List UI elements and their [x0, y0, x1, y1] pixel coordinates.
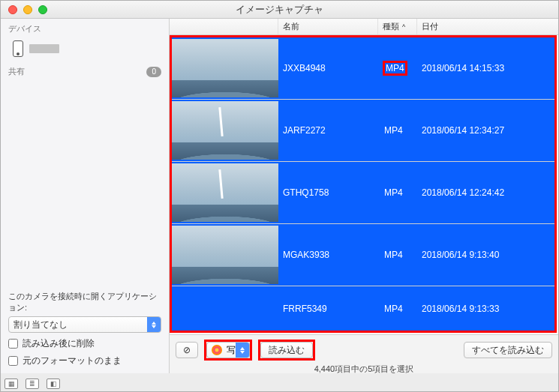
device-item[interactable] [1, 37, 169, 61]
file-list: JXXB4948 MP4 2018/06/14 14:15:33 JARF227… [170, 35, 557, 333]
checkbox-icon[interactable] [8, 339, 18, 349]
row-date: 2018/06/14 9:13:33 [419, 304, 554, 314]
status-text: 4,440項目中の5項目を選択 [170, 364, 558, 375]
chk-keepfmt-label: 元のフォーマットのまま [23, 355, 122, 367]
row-name: MGAK3938 [280, 250, 380, 260]
sidebar: デバイス 共有 0 このカメラを接続時に開くアプリケーション: 割り当てなし 読… [1, 19, 170, 373]
updown-icon [236, 343, 249, 358]
sort-caret-icon: ^ [402, 23, 405, 31]
list-view-button[interactable]: ≣ [26, 379, 39, 389]
column-header: 名前 種類^ 日付 [170, 19, 558, 35]
row-name: GTHQ1758 [280, 187, 380, 198]
device-label [29, 44, 59, 53]
row-name: JXXB4948 [280, 63, 380, 73]
import-button[interactable]: 読み込む [260, 342, 313, 358]
prohibit-icon: ⊘ [183, 345, 191, 355]
row-name: JARF2272 [280, 125, 380, 136]
row-kind: MP4 [380, 125, 419, 136]
row-kind: MP4 [380, 187, 419, 198]
table-row[interactable]: FRRF5349 MP4 2018/06/14 9:13:33 [172, 286, 554, 331]
thumbnail [172, 163, 278, 222]
openapp-value: 割り当てなし [14, 319, 68, 331]
table-row[interactable]: JARF2272 MP4 2018/06/14 12:34:27 [172, 100, 554, 162]
import-highlight: 読み込む [258, 340, 315, 361]
content: 名前 種類^ 日付 JXXB4948 MP4 2018/06/14 14:15:… [170, 19, 558, 373]
grid-view-button[interactable]: ▦ [5, 379, 18, 389]
share-header-row: 共有 0 [1, 61, 169, 80]
row-date: 2018/06/14 9:13:40 [419, 250, 554, 260]
view-switcher: ▦ ≣ ◧ [5, 379, 60, 389]
sidebar-bottom: このカメラを接続時に開くアプリケーション: 割り当てなし 読み込み後に削除 元の… [1, 286, 169, 373]
row-date: 2018/06/14 14:15:33 [419, 63, 554, 73]
col-name[interactable]: 名前 [278, 19, 378, 34]
openapp-label: このカメラを接続時に開くアプリケーション: [8, 291, 161, 313]
delete-after-import-checkbox[interactable]: 読み込み後に削除 [8, 337, 161, 350]
phone-icon [13, 40, 23, 57]
col-date[interactable]: 日付 [417, 19, 558, 34]
photos-app-icon [212, 345, 222, 355]
window-title: イメージキャプチャ [1, 3, 558, 16]
thumbnail [172, 101, 278, 160]
titlebar: イメージキャプチャ [1, 1, 558, 19]
openapp-select[interactable]: 割り当てなし [8, 316, 161, 333]
devices-header: デバイス [1, 19, 169, 37]
checkbox-icon[interactable] [8, 356, 18, 366]
updown-icon [147, 317, 161, 332]
toolbar: ⊘ 写真 読み込む すべてを読み込む 4,440項目中の5項目を選択 [170, 334, 558, 373]
row-kind: MP4 [380, 250, 419, 260]
row-date: 2018/06/14 12:24:42 [419, 187, 554, 198]
thumbnail [172, 226, 278, 284]
col-kind[interactable]: 種類^ [378, 19, 417, 34]
table-row[interactable]: MGAK3938 MP4 2018/06/14 9:13:40 [172, 224, 554, 286]
prohibit-button[interactable]: ⊘ [176, 342, 198, 358]
destination-select[interactable]: 写真 [206, 342, 250, 358]
share-count-badge: 0 [146, 67, 161, 77]
row-name: FRRF5349 [280, 304, 380, 314]
sidebar-toggle-button[interactable]: ◧ [47, 379, 60, 389]
table-row[interactable]: GTHQ1758 MP4 2018/06/14 12:24:42 [172, 162, 554, 224]
row-date: 2018/06/14 12:34:27 [419, 125, 554, 136]
row-kind: MP4 [380, 61, 419, 76]
keep-format-checkbox[interactable]: 元のフォーマットのまま [8, 355, 161, 367]
dest-highlight: 写真 [204, 340, 252, 361]
row-kind: MP4 [380, 304, 419, 314]
import-all-button[interactable]: すべてを読み込む [464, 342, 552, 358]
table-row[interactable]: JXXB4948 MP4 2018/06/14 14:15:33 [172, 37, 554, 100]
chk-delete-label: 読み込み後に削除 [23, 337, 95, 350]
share-header: 共有 [8, 66, 25, 77]
col-thumb[interactable] [170, 19, 278, 34]
thumbnail [172, 39, 278, 97]
